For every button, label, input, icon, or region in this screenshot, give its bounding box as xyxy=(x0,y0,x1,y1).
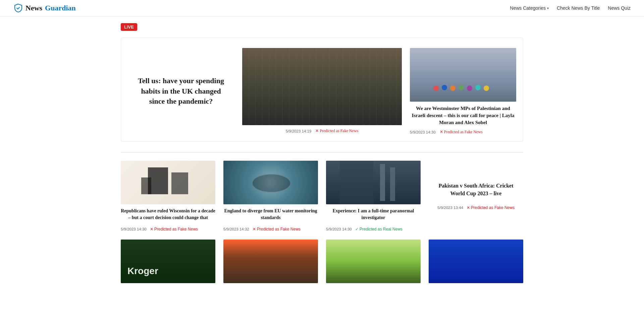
article-image-water xyxy=(223,161,318,204)
bottom-image-balloons xyxy=(326,240,421,283)
article-prediction-paranormal: ✓ Predicted as Real News xyxy=(355,227,402,231)
article-meta-wisconsin: 5/9/2023 14:30 ✕ Predicted as Fake News xyxy=(121,227,215,231)
featured-center-prediction: ✕ Predicted as Fake News xyxy=(315,128,358,134)
article-title-cricket: Pakistan v South Africa: Cricket World C… xyxy=(432,182,520,197)
bottom-card-runners[interactable] xyxy=(223,240,318,286)
featured-center-article[interactable]: 5/9/2023 14:19 ✕ Predicted as Fake News xyxy=(242,48,402,135)
featured-section: Tell us: have your spending habits in th… xyxy=(121,38,523,142)
x-icon-5: ✕ xyxy=(467,205,470,210)
article-prediction-water: ✕ Predicted as Fake News xyxy=(253,227,301,231)
featured-left-article[interactable]: Tell us: have your spending habits in th… xyxy=(128,48,234,135)
article-title-wisconsin: Republicans have ruled Wisconsin for a d… xyxy=(121,208,215,221)
bottom-grid xyxy=(121,240,523,286)
x-icon-3: ✕ xyxy=(150,227,153,231)
nav-links: News Categories ▾ Check News By Title Ne… xyxy=(510,5,631,11)
x-icon-2: ✕ xyxy=(440,129,443,135)
article-card-water[interactable]: England to diverge from EU water monitor… xyxy=(223,161,318,231)
nav-item-news-quiz[interactable]: News Quiz xyxy=(608,5,631,11)
main-container: LIVE Tell us: have your spending habits … xyxy=(107,16,537,293)
section-divider xyxy=(121,152,523,153)
bottom-card-balloons[interactable] xyxy=(326,240,421,286)
article-title-paranormal: Experience: I am a full-time paranormal … xyxy=(326,208,421,221)
article-meta-water: 5/9/2023 14:32 ✕ Predicted as Fake News xyxy=(223,227,318,231)
featured-right-prediction: ✕ Predicted as Fake News xyxy=(440,129,483,135)
featured-right-image xyxy=(410,48,516,102)
article-image-paranormal xyxy=(326,161,421,204)
featured-center-meta: 5/9/2023 14:19 ✕ Predicted as Fake News xyxy=(286,128,359,134)
nav-item-check-news[interactable]: Check News By Title xyxy=(557,5,600,11)
articles-grid: Republicans have ruled Wisconsin for a d… xyxy=(121,161,523,231)
article-card-cricket[interactable]: Pakistan v South Africa: Cricket World C… xyxy=(429,161,523,231)
shield-icon xyxy=(13,3,23,13)
article-image-wisconsin xyxy=(121,161,215,204)
featured-right-date: 5/9/2023 14:30 xyxy=(410,130,436,134)
article-date-paranormal: 5/9/2023 14:30 xyxy=(326,227,352,231)
article-meta-paranormal: 5/9/2023 14:30 ✓ Predicted as Real News xyxy=(326,227,421,231)
article-date-water: 5/9/2023 14:32 xyxy=(223,227,249,231)
featured-right-article[interactable]: We are Westminster MPs of Palestinian an… xyxy=(410,48,516,135)
bottom-card-kroger[interactable] xyxy=(121,240,215,286)
featured-left-title: Tell us: have your spending habits in th… xyxy=(135,76,227,107)
featured-right-title: We are Westminster MPs of Palestinian an… xyxy=(410,105,516,126)
nav-item-news-categories[interactable]: News Categories ▾ xyxy=(510,5,549,11)
article-card-paranormal[interactable]: Experience: I am a full-time paranormal … xyxy=(326,161,421,231)
article-title-water: England to diverge from EU water monitor… xyxy=(223,208,318,221)
article-prediction-wisconsin: ✕ Predicted as Fake News xyxy=(150,227,198,231)
bottom-image-eu xyxy=(429,240,523,283)
nav-categories-label: News Categories xyxy=(510,5,546,11)
navbar: News Guardian News Categories ▾ Check Ne… xyxy=(0,0,644,16)
article-meta-cricket: 5/9/2023 13:44 ✕ Predicted as Fake News xyxy=(437,205,515,210)
brand-news-text: News xyxy=(25,4,42,12)
article-card-wisconsin[interactable]: Republicans have ruled Wisconsin for a d… xyxy=(121,161,215,231)
brand-guardian-text: Guardian xyxy=(45,4,76,12)
bottom-card-eu[interactable] xyxy=(429,240,523,286)
bottom-image-kroger xyxy=(121,240,215,283)
chevron-down-icon: ▾ xyxy=(547,6,549,10)
bottom-image-runners xyxy=(223,240,318,283)
article-prediction-cricket: ✕ Predicted as Fake News xyxy=(467,205,515,210)
brand-logo[interactable]: News Guardian xyxy=(13,3,76,13)
check-icon: ✓ xyxy=(355,227,359,231)
live-badge: LIVE xyxy=(121,23,137,31)
featured-right-meta: 5/9/2023 14:30 ✕ Predicted as Fake News xyxy=(410,129,516,135)
featured-center-date: 5/9/2023 14:19 xyxy=(286,129,312,133)
x-icon: ✕ xyxy=(315,128,319,134)
article-date-cricket: 5/9/2023 13:44 xyxy=(437,206,463,210)
x-icon-4: ✕ xyxy=(253,227,256,231)
featured-center-image xyxy=(242,48,402,125)
article-date-wisconsin: 5/9/2023 14:30 xyxy=(121,227,147,231)
